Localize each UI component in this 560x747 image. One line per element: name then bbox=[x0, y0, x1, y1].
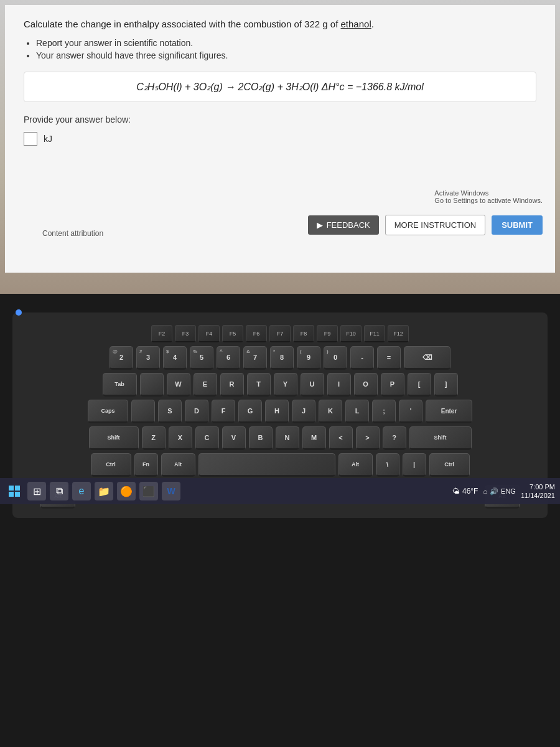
answer-area: kJ bbox=[24, 132, 536, 146]
key-d[interactable]: D bbox=[185, 400, 208, 423]
key-comma[interactable]: < bbox=[329, 426, 353, 450]
bullet-2: Your answer should have three significan… bbox=[36, 50, 536, 60]
key-f8[interactable]: F8 bbox=[293, 325, 314, 342]
key-f7[interactable]: F7 bbox=[269, 325, 291, 342]
key-h[interactable]: H bbox=[265, 400, 289, 423]
key-c[interactable]: C bbox=[195, 426, 219, 450]
key-alt-right[interactable]: Alt bbox=[338, 453, 373, 477]
start-button[interactable] bbox=[5, 482, 24, 500]
key-minus[interactable]: - bbox=[350, 346, 374, 370]
key-fn[interactable]: Fn bbox=[134, 453, 158, 477]
key-5[interactable]: %5 bbox=[190, 346, 213, 370]
keyboard-area: F2 F3 F4 F5 F6 F7 F8 F9 F10 F11 F12 @2 #… bbox=[0, 294, 560, 747]
submit-button[interactable]: SUBMIT bbox=[492, 215, 543, 235]
key-j[interactable]: J bbox=[292, 400, 315, 423]
key-rbracket[interactable]: ] bbox=[434, 373, 458, 397]
zxcv-row: Shift Z X C V B N M < > ? Shift bbox=[22, 426, 538, 450]
key-space[interactable] bbox=[198, 453, 335, 477]
key-4[interactable]: $4 bbox=[163, 346, 187, 370]
key-3[interactable]: #3 bbox=[136, 346, 160, 370]
key-lbracket[interactable]: [ bbox=[408, 373, 431, 397]
key-s[interactable]: S bbox=[158, 400, 182, 423]
equation-text: C₂H₅OH(l) + 3O₂(g) → 2CO₂(g) + 3H₂O(l) Δ… bbox=[136, 82, 423, 92]
answer-checkbox[interactable] bbox=[24, 132, 37, 146]
key-g[interactable]: G bbox=[238, 400, 262, 423]
key-q[interactable] bbox=[140, 373, 164, 397]
key-enter[interactable]: Enter bbox=[426, 400, 472, 423]
key-backspace[interactable]: ⌫ bbox=[404, 346, 450, 370]
key-7[interactable]: &7 bbox=[243, 346, 267, 370]
key-r[interactable]: R bbox=[220, 373, 244, 397]
key-capslock[interactable]: Caps bbox=[88, 400, 128, 423]
svg-rect-0 bbox=[9, 486, 14, 491]
key-k[interactable]: K bbox=[319, 400, 342, 423]
key-shift-right[interactable]: Shift bbox=[409, 426, 472, 450]
key-ctrl-left[interactable]: Ctrl bbox=[91, 453, 131, 477]
key-6[interactable]: ^6 bbox=[217, 346, 240, 370]
key-t[interactable]: T bbox=[247, 373, 271, 397]
activate-line2: Go to Settings to activate Windows. bbox=[434, 197, 543, 204]
key-p[interactable]: P bbox=[381, 373, 404, 397]
key-m[interactable]: M bbox=[302, 426, 326, 450]
number-row: @2 #3 $4 %5 ^6 &7 *8 (9 )0 - = ⌫ bbox=[22, 346, 538, 370]
app-icon-1[interactable]: 🟠 bbox=[117, 482, 136, 500]
content-attribution: Content attribution bbox=[42, 229, 103, 238]
key-quote[interactable]: ' bbox=[399, 400, 422, 423]
key-f4[interactable]: F4 bbox=[198, 325, 220, 342]
key-i[interactable]: I bbox=[327, 373, 351, 397]
word-icon[interactable]: W bbox=[162, 482, 180, 500]
key-l[interactable]: L bbox=[345, 400, 369, 423]
key-8[interactable]: *8 bbox=[270, 346, 294, 370]
edge-icon[interactable]: e bbox=[72, 482, 91, 500]
key-z[interactable]: Z bbox=[142, 426, 166, 450]
folder-icon[interactable]: 📁 bbox=[95, 482, 113, 500]
svg-rect-3 bbox=[15, 492, 20, 497]
app-icon-2[interactable]: ⬛ bbox=[139, 482, 158, 500]
key-shift-left[interactable]: Shift bbox=[89, 426, 139, 450]
key-f10[interactable]: F10 bbox=[340, 325, 362, 342]
taskbar-right: 🌤 46°F ⌂ 🔊 ENG 7:00 PM 11/14/2021 bbox=[452, 482, 555, 500]
key-f6[interactable]: F6 bbox=[246, 325, 267, 342]
key-u[interactable]: U bbox=[301, 373, 324, 397]
key-9[interactable]: (9 bbox=[297, 346, 320, 370]
weather-icon: 🌤 bbox=[452, 487, 460, 496]
key-period[interactable]: > bbox=[356, 426, 380, 450]
key-y[interactable]: Y bbox=[274, 373, 297, 397]
key-backslash[interactable]: \ bbox=[376, 453, 399, 477]
key-pipe[interactable]: | bbox=[403, 453, 426, 477]
more-instruction-button[interactable]: MORE INSTRUCTION bbox=[385, 215, 485, 235]
key-f9[interactable]: F9 bbox=[317, 325, 338, 342]
key-equals[interactable]: = bbox=[377, 346, 401, 370]
key-ctrl-right[interactable]: Ctrl bbox=[429, 453, 470, 477]
search-taskbar[interactable]: ⊞ bbox=[27, 482, 46, 500]
key-o[interactable]: O bbox=[354, 373, 378, 397]
time-display: 7:00 PM bbox=[521, 482, 555, 491]
key-f11[interactable]: F11 bbox=[364, 325, 385, 342]
key-f[interactable]: F bbox=[212, 400, 235, 423]
qwerty-row: Tab W E R T Y U I O P [ ] bbox=[22, 373, 538, 397]
svg-rect-2 bbox=[9, 492, 14, 497]
key-b[interactable]: B bbox=[249, 426, 273, 450]
key-f5[interactable]: F5 bbox=[222, 325, 243, 342]
key-f2[interactable]: F2 bbox=[151, 325, 172, 342]
key-e[interactable]: E bbox=[194, 373, 217, 397]
key-slash[interactable]: ? bbox=[383, 426, 406, 450]
underline-word: ethanol bbox=[341, 19, 371, 29]
key-f12[interactable]: F12 bbox=[388, 325, 409, 342]
taskbar-clock: 7:00 PM 11/14/2021 bbox=[521, 482, 555, 500]
key-a[interactable] bbox=[131, 400, 155, 423]
key-tab[interactable]: Tab bbox=[103, 373, 137, 397]
taskview-button[interactable]: ⧉ bbox=[50, 482, 68, 500]
led-indicator bbox=[16, 309, 22, 316]
key-x[interactable]: X bbox=[169, 426, 192, 450]
key-0[interactable]: )0 bbox=[324, 346, 347, 370]
feedback-button[interactable]: ▶ FEEDBACK bbox=[308, 215, 379, 235]
key-f3[interactable]: F3 bbox=[175, 325, 196, 342]
key-v[interactable]: V bbox=[222, 426, 246, 450]
key-w[interactable]: W bbox=[167, 373, 190, 397]
key-2[interactable]: @2 bbox=[110, 346, 133, 370]
key-semicolon[interactable]: ; bbox=[372, 400, 396, 423]
key-alt-left[interactable]: Alt bbox=[161, 453, 195, 477]
equation-box: C₂H₅OH(l) + 3O₂(g) → 2CO₂(g) + 3H₂O(l) Δ… bbox=[24, 72, 536, 102]
key-n[interactable]: N bbox=[276, 426, 299, 450]
